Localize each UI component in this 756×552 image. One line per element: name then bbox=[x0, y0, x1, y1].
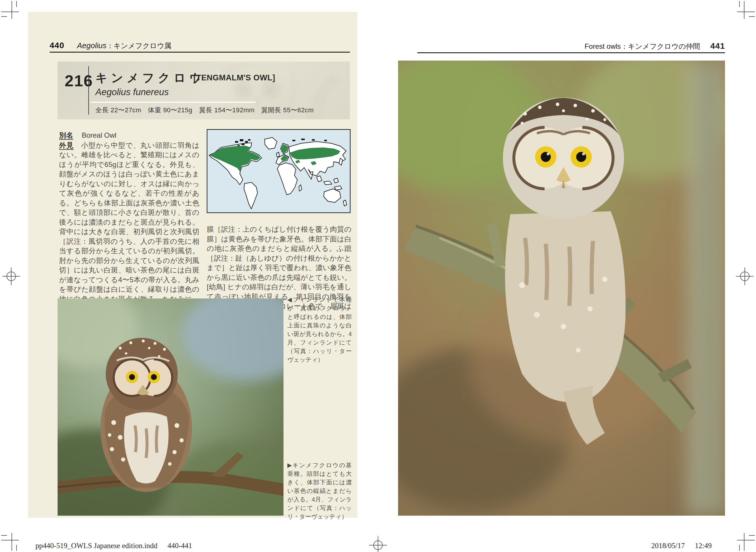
alias-row: 別名 Boreal Owl bbox=[59, 131, 199, 140]
left-header-rule bbox=[50, 52, 350, 52]
registration-mark-left bbox=[2, 266, 22, 287]
species-name-english: [TENGMALM'S OWL] bbox=[193, 73, 275, 83]
registration-mark-bottom-center bbox=[368, 535, 388, 552]
distribution-map bbox=[207, 129, 351, 213]
species-white-rule bbox=[91, 102, 256, 103]
right-page-header: Forest owls：キンメフクロウの仲間 441 bbox=[417, 41, 725, 51]
species-measurements: 全長 22〜27cm 体重 90〜215g 翼長 154〜192mm 翼開長 5… bbox=[96, 106, 314, 115]
trim-mark-top-right bbox=[728, 1, 755, 28]
alias-value: Boreal Owl bbox=[82, 131, 116, 139]
right-page-number: 441 bbox=[710, 41, 725, 50]
slug-filename: pp440-519_OWLS Japanese edition.indd bbox=[35, 542, 157, 550]
slug-filename-line: pp440-519_OWLS Japanese edition.indd440-… bbox=[35, 542, 192, 550]
owl-photo-large bbox=[398, 60, 725, 516]
registration-mark-right bbox=[734, 266, 754, 287]
slug-pages: 440-441 bbox=[167, 542, 192, 550]
slug-datetime-line: 2018/05/1712:49 bbox=[588, 542, 712, 550]
species-name-scientific: Aegolius funereus bbox=[96, 87, 169, 98]
left-page-number: 440 bbox=[50, 41, 64, 50]
trim-mark-bottom-right bbox=[728, 524, 755, 551]
genus-japanese: ：キンメフクロウ属 bbox=[106, 42, 171, 50]
species-header-box: 216 キンメフクロウ [TENGMALM'S OWL] Aegolius fu… bbox=[57, 61, 350, 119]
section-title-japanese: ：キンメフクロウの仲間 bbox=[621, 42, 700, 50]
book-spread-scan: 440 Aegolius：キンメフクロウ属 216 キンメフクロウ [TENGM… bbox=[0, 0, 756, 552]
species-divider bbox=[88, 66, 89, 115]
owl-photo-small bbox=[57, 298, 284, 516]
photo2-caption: ▶キンメフクロウの基亜種。頭部はとても大きく、体部下面には濃い茶色の縦縞とまだら… bbox=[287, 461, 352, 521]
right-header-rule bbox=[417, 52, 725, 53]
left-page-header: 440 Aegolius：キンメフクロウ属 bbox=[50, 41, 351, 50]
appearance-label: 外見 bbox=[59, 141, 74, 149]
trim-mark-bottom-left bbox=[1, 524, 28, 551]
genus-latin: Aegolius bbox=[77, 41, 107, 50]
alias-label: 別名 bbox=[59, 131, 73, 139]
photo1-caption: ◀フィンランドで本種が「真珠のフクロウ」と呼ばれるのは、体部上面に真珠のような白… bbox=[287, 295, 352, 364]
slug-time: 12:49 bbox=[695, 542, 712, 550]
section-title-english: Forest owls bbox=[584, 42, 621, 50]
trim-mark-top-left bbox=[1, 1, 28, 28]
slug-date: 2018/05/17 bbox=[651, 542, 685, 550]
species-name-japanese: キンメフクロウ bbox=[96, 70, 205, 86]
